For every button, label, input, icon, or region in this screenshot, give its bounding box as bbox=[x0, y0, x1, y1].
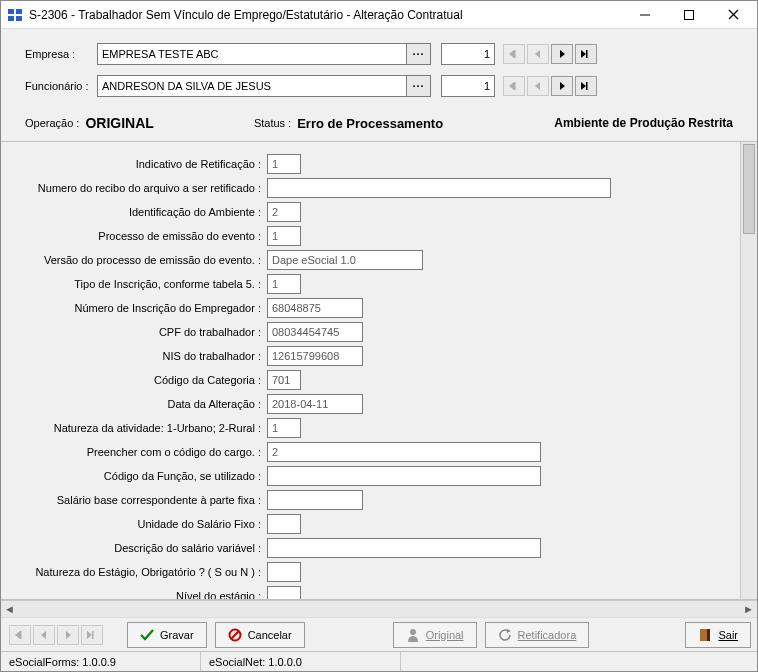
svg-rect-9 bbox=[514, 50, 516, 58]
vertical-scrollbar[interactable] bbox=[740, 142, 757, 599]
minimize-button[interactable] bbox=[623, 2, 667, 28]
field-label: Salário base correspondente à parte fixa… bbox=[3, 494, 267, 506]
svg-marker-29 bbox=[507, 629, 511, 633]
empresa-input[interactable] bbox=[97, 43, 407, 65]
field-input[interactable] bbox=[267, 202, 301, 222]
field-label: NIS do trabalhador : bbox=[3, 350, 267, 362]
refresh-icon bbox=[498, 628, 512, 642]
cancelar-button[interactable]: Cancelar bbox=[215, 622, 305, 648]
form-row: Unidade do Salário Fixo : bbox=[3, 512, 734, 536]
field-input[interactable] bbox=[267, 538, 541, 558]
funcionario-number[interactable] bbox=[441, 75, 495, 97]
svg-point-28 bbox=[410, 629, 416, 635]
svg-marker-24 bbox=[87, 631, 92, 639]
scrollbar-thumb[interactable] bbox=[743, 144, 755, 234]
funcionario-row: Funcionário : ··· bbox=[25, 75, 733, 97]
field-input[interactable] bbox=[267, 322, 363, 342]
field-label: Natureza da atividade: 1-Urbano; 2-Rural… bbox=[3, 422, 267, 434]
nav-prev-icon[interactable] bbox=[33, 625, 55, 645]
field-label: Tipo de Inscrição, conforme tabela 5. : bbox=[3, 278, 267, 290]
retificadora-button[interactable]: Retificadora bbox=[485, 622, 590, 648]
field-input[interactable] bbox=[267, 370, 301, 390]
form-row: Preencher com o código do cargo. : bbox=[3, 440, 734, 464]
empresa-nav bbox=[501, 44, 597, 64]
field-input[interactable] bbox=[267, 442, 541, 462]
form-row: Nível do estágio : bbox=[3, 584, 734, 599]
window-buttons bbox=[623, 2, 755, 28]
cancelar-label: Cancelar bbox=[248, 629, 292, 641]
field-input[interactable] bbox=[267, 226, 301, 246]
form-row: NIS do trabalhador : bbox=[3, 344, 734, 368]
empresa-number[interactable] bbox=[441, 43, 495, 65]
funcionario-label: Funcionário : bbox=[25, 80, 97, 92]
nav-first-icon[interactable] bbox=[503, 44, 525, 64]
maximize-button[interactable] bbox=[667, 2, 711, 28]
nav-first-icon[interactable] bbox=[503, 76, 525, 96]
horizontal-scrollbar[interactable]: ◄ ► bbox=[1, 600, 757, 617]
nav-last-icon[interactable] bbox=[575, 44, 597, 64]
field-input[interactable] bbox=[267, 586, 301, 599]
svg-marker-10 bbox=[535, 50, 540, 58]
nav-next-icon[interactable] bbox=[551, 44, 573, 64]
nav-next-icon[interactable] bbox=[551, 76, 573, 96]
form-row: Natureza da atividade: 1-Urbano; 2-Rural… bbox=[3, 416, 734, 440]
field-input[interactable] bbox=[267, 250, 423, 270]
nav-last-icon[interactable] bbox=[81, 625, 103, 645]
nav-prev-icon[interactable] bbox=[527, 44, 549, 64]
hscroll-left-icon[interactable]: ◄ bbox=[1, 601, 18, 618]
form-row: Descrição do salário variável : bbox=[3, 536, 734, 560]
svg-marker-16 bbox=[535, 82, 540, 90]
form-row: Versão do processo de emissão do evento.… bbox=[3, 248, 734, 272]
field-input[interactable] bbox=[267, 154, 301, 174]
form-row: Processo de emissão do evento : bbox=[3, 224, 734, 248]
form-area: Indicativo de Retificação :Numero do rec… bbox=[1, 141, 757, 600]
field-input[interactable] bbox=[267, 562, 301, 582]
form-row: Data da Alteração : bbox=[3, 392, 734, 416]
retificadora-label: Retificadora bbox=[518, 629, 577, 641]
svg-rect-31 bbox=[707, 629, 710, 641]
original-button[interactable]: Original bbox=[393, 622, 477, 648]
field-input[interactable] bbox=[267, 418, 301, 438]
svg-rect-5 bbox=[685, 10, 694, 19]
field-label: Nível do estágio : bbox=[3, 590, 267, 599]
empresa-lookup-button[interactable]: ··· bbox=[407, 43, 431, 65]
sair-label: Sair bbox=[718, 629, 738, 641]
svg-marker-18 bbox=[581, 82, 586, 90]
gravar-button[interactable]: Gravar bbox=[127, 622, 207, 648]
titlebar: S-2306 - Trabalhador Sem Vínculo de Empr… bbox=[1, 1, 757, 29]
status-strip: eSocialForms: 1.0.0.9 eSocialNet: 1.0.0.… bbox=[1, 651, 757, 671]
svg-marker-12 bbox=[581, 50, 586, 58]
nav-first-icon[interactable] bbox=[9, 625, 31, 645]
svg-rect-13 bbox=[586, 50, 588, 58]
field-input[interactable] bbox=[267, 514, 301, 534]
sair-button[interactable]: Sair bbox=[685, 622, 751, 648]
field-label: Numero do recibo do arquivo a ser retifi… bbox=[3, 182, 267, 194]
operacao-label: Operação : bbox=[25, 117, 79, 129]
field-input[interactable] bbox=[267, 346, 363, 366]
svg-rect-0 bbox=[8, 9, 14, 14]
ambiente-value: Ambiente de Produção Restrita bbox=[554, 116, 733, 130]
close-button[interactable] bbox=[711, 2, 755, 28]
field-input[interactable] bbox=[267, 274, 301, 294]
empresa-row: Empresa : ··· bbox=[25, 43, 733, 65]
original-label: Original bbox=[426, 629, 464, 641]
svg-marker-20 bbox=[15, 631, 20, 639]
status-label: Status : bbox=[254, 117, 291, 129]
empresa-label: Empresa : bbox=[25, 48, 97, 60]
hscroll-right-icon[interactable]: ► bbox=[740, 601, 757, 618]
funcionario-input[interactable] bbox=[97, 75, 407, 97]
svg-rect-15 bbox=[514, 82, 516, 90]
field-input[interactable] bbox=[267, 178, 611, 198]
field-label: Código da Categoria : bbox=[3, 374, 267, 386]
field-input[interactable] bbox=[267, 298, 363, 318]
nav-last-icon[interactable] bbox=[575, 76, 597, 96]
form-row: Código da Função, se utilizado : bbox=[3, 464, 734, 488]
nav-prev-icon[interactable] bbox=[527, 76, 549, 96]
svg-rect-1 bbox=[16, 9, 22, 14]
form-row: Código da Categoria : bbox=[3, 368, 734, 392]
field-input[interactable] bbox=[267, 394, 363, 414]
funcionario-lookup-button[interactable]: ··· bbox=[407, 75, 431, 97]
field-input[interactable] bbox=[267, 490, 363, 510]
field-input[interactable] bbox=[267, 466, 541, 486]
nav-next-icon[interactable] bbox=[57, 625, 79, 645]
